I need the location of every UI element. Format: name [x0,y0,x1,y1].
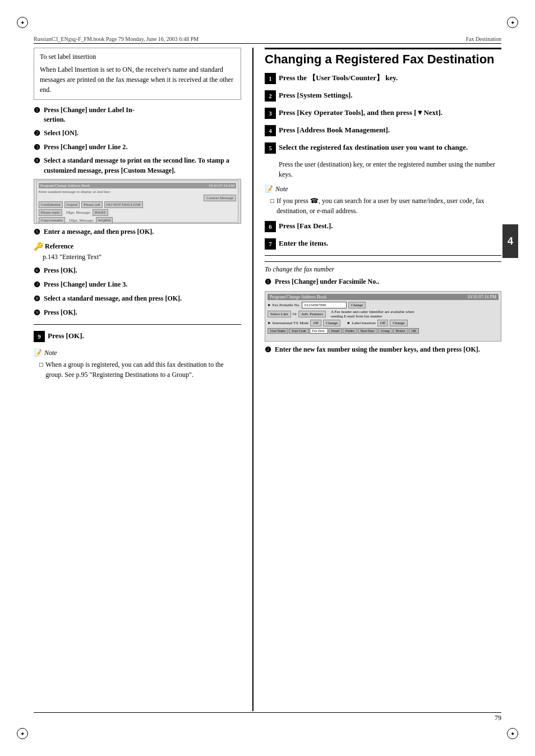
subsection-label-insertion: To set label insertion When Label Insert… [34,48,241,100]
subsection-body: When Label Insertion is set to ON, the r… [40,64,235,95]
step-content-9: Press [OK]. [44,308,241,317]
step-num-7: ❼ [34,280,43,291]
fax-tabs: User Name User Code Fax Dest. Email Fold… [268,328,499,334]
main-step-text-9: Press [OK]. [48,330,241,342]
to-change-step-content-1: Press [Change] under Facsimile No.. [275,277,501,287]
right-column: Changing a Registered Fax Destination 1 … [252,48,501,711]
to-change-step-num-1: ❶ [265,277,274,288]
left-step-6: ❻ Press [OK]. [34,266,241,276]
left-step-8: ❽ Select a standard message, and then pr… [34,294,241,305]
step-content-1: Press [Change] under Label In-sertion. [44,105,241,125]
reference-title: 🔑 Reference [34,241,241,252]
left-step-1: ❶ Press [Change] under Label In-sertion. [34,105,241,125]
main-step-text-5: Select the registered fax destination us… [279,142,501,153]
main-step-num-6: 6 [265,221,276,232]
header-section: Fax Destination [465,36,501,42]
main-step-num-4: 4 [265,125,276,136]
step-content-7: Press [Change] under Line 3. [44,280,241,289]
left-note-item-1: When a group is registered, you can add … [39,359,241,380]
step-num-5: ❺ [34,227,43,238]
reference-text: p.143 "Entering Text" [43,252,241,262]
left-main-step-9: 9 Press [OK]. [34,330,241,342]
step-content-3: Press [Change] under Line 2. [44,142,241,152]
main-step-6: 6 Press [Fax Dest.]. [265,220,501,232]
section-tab: 4 [502,224,518,258]
fax-row-select-line: Select Line Or Adv. Features A Fax heade… [268,310,499,319]
to-change-step-num-2: ❷ [265,345,274,356]
to-change-step-1: ❶ Press [Change] under Facsimile No.. [265,277,501,288]
main-step-1: 1 Press the 【User Tools/Counter】 key. [265,72,501,84]
header-bar: RussianC3_ENgsg-F_FM.book Page 79 Monday… [34,34,501,44]
to-change-fax-section: To change the fax number ❶ Press [Change… [265,261,501,356]
step-num-3: ❸ [34,142,43,153]
main-step-num-5: 5 [265,142,276,154]
left-step-2: ❷ Select [ON]. [34,128,241,139]
main-step-text-2: Press [System Settings]. [279,90,501,101]
step-num-4: ❹ [34,156,43,167]
fax-row-intl: ► International TX Mode Off Change ► Lab… [268,320,499,326]
chapter-title: Changing a Registered Fax Destination [265,48,501,67]
left-step-7: ❼ Press [Change] under Line 3. [34,280,241,291]
left-step-5: ❺ Enter a message, and then press [OK]. [34,227,241,238]
fax-row-number: ► Fax Probable No. 01234567890 Change [268,302,499,308]
main-step-num-7: 7 [265,238,276,250]
main-step-text-3: Press [Key Operator Tools], and then pre… [279,107,501,118]
main-step-text-1: Press the 【User Tools/Counter】 key. [279,72,501,84]
page-number: 79 [495,714,501,722]
fax-title-bar: Program/Change Address Book 10/10 07:16 … [268,294,499,300]
step-num-9: ❾ [34,308,43,319]
left-divider [34,324,241,325]
corner-mark-tr: ✦ [507,17,518,28]
step-num-2: ❷ [34,128,43,139]
left-column: To set label insertion When Label Insert… [34,48,252,711]
main-step-num-1: 1 [265,73,276,84]
left-step-9: ❾ Press [OK]. [34,308,241,319]
footer-bar: 79 [34,712,501,722]
to-change-step-content-2: Enter the new fax number using the numbe… [275,345,501,354]
step-num-8: ❽ [34,294,43,305]
step-content-5: Enter a message, and then press [OK]. [44,227,241,237]
reference-icon: 🔑 [34,241,43,252]
step-content-2: Select [ON]. [44,128,241,138]
left-note-title: 📝 Note [34,348,241,358]
main-step-text-6: Press [Fax Dest.]. [279,220,501,232]
main-step-text-7: Enter the items. [279,238,501,249]
main-step-num-3: 3 [265,108,276,119]
to-change-step-2: ❷ Enter the new fax number using the num… [265,345,501,356]
step-content-4: Select a standard message to print on th… [44,156,241,176]
corner-mark-bl: ✦ [17,728,28,739]
right-note-item-1: If you press ☎, you can search for a use… [270,196,501,216]
step-content-6: Press [OK]. [44,266,241,275]
header-filename: RussianC3_ENgsg-F_FM.book Page 79 Monday… [34,36,199,42]
step-content-8: Select a standard message, and then pres… [44,294,241,303]
fax-screen-image: Program/Change Address Book 10/10 07:16 … [265,291,501,342]
main-step-num-9: 9 [34,331,45,342]
corner-mark-tl: ✦ [17,17,28,28]
content-area: To set label insertion When Label Insert… [34,48,501,711]
corner-mark-br: ✦ [507,728,518,739]
main-step-5: 5 Select the registered fax destination … [265,142,501,154]
step-num-6: ❻ [34,266,43,276]
step-num-1: ❶ [34,105,43,116]
to-change-title: To change the fax number [265,265,501,274]
main-step-7: 7 Enter the items. [265,238,501,250]
subsection-title: To set label insertion [40,53,235,61]
main-step-text-4: Press [Address Book Management]. [279,125,501,136]
main-step-4: 4 Press [Address Book Management]. [265,125,501,136]
right-divider [265,255,501,256]
left-note-box: 📝 Note When a group is registered, you c… [34,348,241,380]
main-step-2: 2 Press [System Settings]. [265,90,501,102]
main-step-3: 3 Press [Key Operator Tools], and then p… [265,107,501,119]
reference-box: 🔑 Reference p.143 "Entering Text" [34,241,241,261]
right-note-box: 📝 Note If you press ☎, you can search fo… [265,184,501,216]
left-step-3: ❸ Press [Change] under Line 2. [34,142,241,153]
main-step-num-2: 2 [265,90,276,102]
screen-label-insertion: Program/Change Address Book 10:43 07:16 … [34,179,241,224]
left-step-4: ❹ Select a standard message to print on … [34,156,241,176]
step5-subtext: Press the user (destination) key, or ent… [279,159,501,179]
right-note-title: 📝 Note [265,184,501,194]
